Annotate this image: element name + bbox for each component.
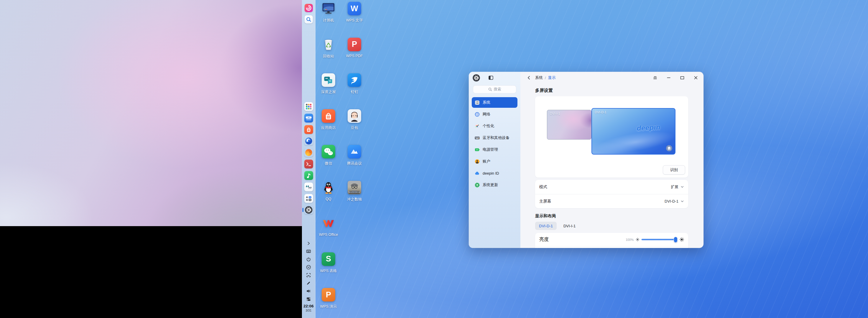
desktop-icon-label: 回收站 bbox=[315, 54, 341, 59]
menu-button[interactable] bbox=[652, 74, 659, 81]
tray-item-power[interactable] bbox=[302, 257, 315, 262]
dock-item-launcher[interactable] bbox=[302, 4, 315, 12]
desktop-icon-label: WPS 文字 bbox=[341, 18, 367, 23]
computer-icon bbox=[322, 2, 335, 15]
sidebar-item-accounts[interactable]: 账户 bbox=[472, 156, 518, 167]
doubao-icon bbox=[348, 109, 361, 123]
sidebar-item-label: 网络 bbox=[483, 112, 490, 117]
dock-item-music[interactable] bbox=[302, 171, 315, 180]
dock-item-firefox[interactable] bbox=[302, 148, 315, 157]
dock-item-voice-notes[interactable] bbox=[302, 182, 315, 191]
desktop-icon-computer[interactable]: 计算机 bbox=[315, 2, 341, 23]
personalization-icon bbox=[474, 123, 480, 129]
dock-item-control-center[interactable] bbox=[302, 206, 315, 214]
maximize-button[interactable] bbox=[679, 74, 686, 81]
desktop-icon-wps-office[interactable]: WPS Office bbox=[315, 216, 341, 237]
tray-item-expand-tray[interactable] bbox=[302, 241, 315, 246]
clock-date: 3/31 bbox=[303, 309, 314, 312]
update-icon bbox=[474, 182, 480, 188]
tray-item-screenshot[interactable] bbox=[302, 273, 315, 278]
desktop-icon-wps-writer[interactable]: W WPS 文字 bbox=[341, 2, 367, 23]
desktop-icon-app-store[interactable]: 应用商店 bbox=[315, 109, 341, 131]
tab-dvi-d-1[interactable]: DVI-D-1 bbox=[535, 222, 557, 230]
keyboard-icon bbox=[306, 249, 311, 254]
tray-item-input-method[interactable] bbox=[302, 249, 315, 254]
sidebar-item-devices[interactable]: 蓝牙和其他设备 bbox=[472, 133, 518, 143]
mode-label: 模式 bbox=[539, 184, 547, 190]
tab-dvi-i-1[interactable]: DVI-I-1 bbox=[560, 222, 579, 230]
desktop-icon-wps-present[interactable]: P WPS 演示 bbox=[315, 288, 341, 309]
dock-item-terminal[interactable] bbox=[302, 160, 315, 168]
brightness-card: 亮度 100% bbox=[535, 233, 688, 248]
sidebar-item-label: 系统更新 bbox=[483, 182, 498, 187]
wechat-icon bbox=[322, 145, 335, 158]
desktop-icon-tencent-meeting[interactable]: 腾讯会议 bbox=[341, 145, 367, 166]
primary-screen-select[interactable]: DVI-D-1 bbox=[664, 199, 684, 204]
sidebar-collapse-icon[interactable] bbox=[488, 75, 494, 81]
dock-clock[interactable]: 22:06 3/31 bbox=[303, 304, 314, 312]
desktop-icon-label: 腾讯会议 bbox=[341, 161, 367, 166]
app-store-icon bbox=[322, 109, 335, 123]
desktop-icon-wechat[interactable]: 微信 bbox=[315, 145, 341, 166]
screenshot-icon bbox=[306, 273, 311, 278]
brightness-slider-handle[interactable] bbox=[674, 237, 678, 243]
minimize-icon bbox=[665, 74, 672, 81]
sidebar-item-label: 个性化 bbox=[483, 123, 494, 129]
devices-icon bbox=[474, 135, 480, 141]
search-input[interactable]: 搜索 bbox=[473, 85, 516, 93]
sidebar-item-deepin-id[interactable]: deepin ID bbox=[472, 168, 518, 178]
deepin-wallpaper-logo: deepin bbox=[637, 123, 660, 133]
minimize-button[interactable] bbox=[665, 74, 672, 81]
back-icon[interactable] bbox=[526, 74, 532, 81]
mode-select[interactable]: 扩展 bbox=[671, 184, 684, 190]
search-icon bbox=[305, 15, 313, 24]
brightness-slider[interactable] bbox=[642, 237, 678, 243]
dock-item-all-apps[interactable] bbox=[302, 102, 315, 111]
sidebar-item-power-manage[interactable]: 电源管理 bbox=[472, 144, 518, 155]
breadcrumb-display[interactable]: 显示 bbox=[548, 75, 556, 80]
monitor-preview-dvi-i-1[interactable]: DVI-I-1 bbox=[547, 110, 591, 140]
sidebar-item-personalization[interactable]: 个性化 bbox=[472, 121, 518, 131]
tray-item-notification[interactable] bbox=[302, 265, 315, 270]
tray-item-annotate[interactable] bbox=[302, 281, 315, 286]
sidebar-item-update[interactable]: 系统更新 bbox=[472, 180, 518, 190]
search-placeholder: 搜索 bbox=[494, 87, 501, 92]
dock-item-file-manager[interactable] bbox=[302, 114, 315, 122]
primary-home-icon bbox=[666, 145, 673, 152]
sidebar-item-system[interactable]: 系统 bbox=[472, 97, 518, 108]
desktop-icon-trash[interactable]: 回收站 bbox=[315, 38, 341, 59]
identify-button[interactable]: 识别 bbox=[663, 165, 685, 175]
desktop-icon-label: 豆包 bbox=[341, 126, 367, 131]
control-center-window: 搜索 系统 网络 个性化 蓝牙和其他设备 电源管理 账户 deepin ID 系… bbox=[469, 72, 704, 248]
monitor-preview-dvi-d-1[interactable]: DVI-D-1 deepin bbox=[591, 108, 676, 154]
desktop-icon-qq[interactable]: QQ bbox=[315, 181, 341, 201]
dock-item-calculator[interactable] bbox=[302, 194, 315, 203]
deepin-home-icon bbox=[322, 73, 335, 87]
layout-section-title: 显示和布局 bbox=[535, 213, 688, 219]
wps-present-icon: P bbox=[322, 288, 335, 302]
close-button[interactable] bbox=[692, 74, 700, 81]
desktop-icon-deepin-home[interactable]: 深度之家 bbox=[315, 73, 341, 95]
primary-screen-row: 主屏幕 DVI-D-1 bbox=[535, 194, 688, 208]
dock-item-grand-search[interactable] bbox=[302, 15, 315, 24]
desktop-icon-sudoku[interactable]: SUDOKU 冲之数独 bbox=[341, 181, 367, 202]
desktop-icon-label: 深度之家 bbox=[315, 90, 341, 95]
wps-writer-icon: W bbox=[348, 2, 361, 15]
desktop-icon-doubao[interactable]: 豆包 bbox=[341, 109, 367, 131]
tray-item-volume[interactable] bbox=[302, 289, 315, 293]
desktop-icon-label: 钉钉 bbox=[341, 90, 367, 95]
dock-item-app-store[interactable] bbox=[302, 125, 315, 134]
display-settings-page: 多屏设置 DVI-I-1 DVI-D-1 deepin 识别 bbox=[520, 83, 704, 248]
switches-icon bbox=[306, 296, 311, 302]
desktop-icon-wps-sheets[interactable]: S WPS 表格 bbox=[315, 252, 341, 274]
tray-item-toggles[interactable] bbox=[302, 296, 315, 302]
speaker-icon bbox=[306, 289, 311, 293]
breadcrumb-system[interactable]: 系统 bbox=[535, 75, 543, 80]
search-icon bbox=[488, 87, 492, 91]
clock-time: 22:06 bbox=[303, 304, 314, 309]
brightness-label: 亮度 bbox=[539, 237, 549, 243]
dock-item-browser[interactable] bbox=[302, 137, 315, 145]
sidebar-item-network[interactable]: 网络 bbox=[472, 109, 518, 119]
desktop-icon-dingtalk[interactable]: 钉钉 bbox=[341, 73, 367, 95]
desktop-icon-wps-pdf[interactable]: P WPS PDF bbox=[341, 38, 367, 58]
